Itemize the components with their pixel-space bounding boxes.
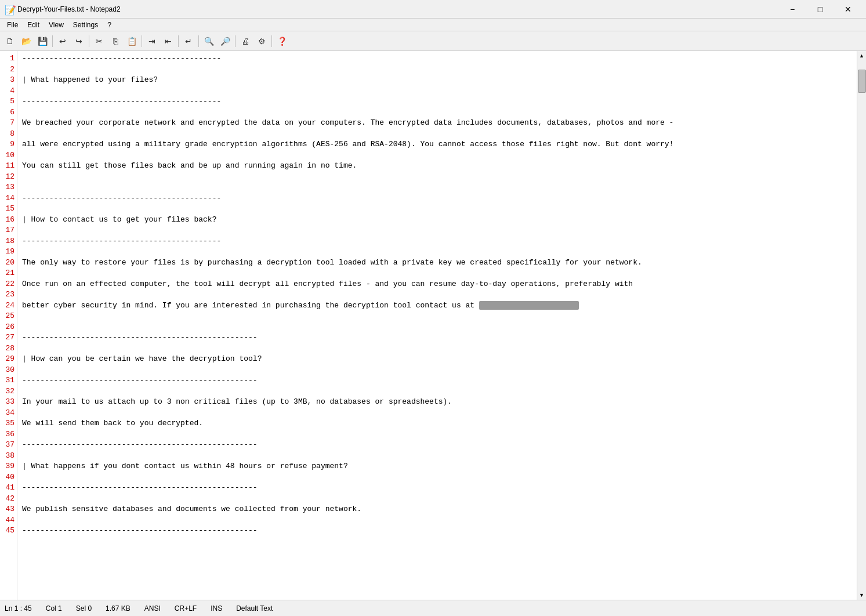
- editor-line: [22, 365, 852, 376]
- line-number: 1: [3, 53, 15, 64]
- line-number: 25: [3, 311, 15, 322]
- line-number: 26: [3, 322, 15, 333]
- toolbar: 🗋 📂 💾 ↩ ↪ ✂ ⎘ 📋 ⇥ ⇤ ↵ 🔍 🔎 🖨 ⚙ ❓: [0, 31, 866, 51]
- editor-line: [22, 86, 852, 97]
- line-number: 20: [3, 258, 15, 269]
- menu-edit[interactable]: Edit: [23, 20, 44, 30]
- line-number: 28: [3, 343, 15, 354]
- editor-line: | What happens if you dont contact us wi…: [22, 461, 852, 472]
- menu-file[interactable]: File: [2, 20, 23, 30]
- editor-line: Once run on an effected computer, the to…: [22, 279, 852, 290]
- redo-button[interactable]: ↪: [71, 34, 86, 49]
- line-number: 9: [3, 139, 15, 150]
- scroll-up-arrow[interactable]: ▲: [857, 51, 867, 60]
- status-col: Col 1: [46, 604, 62, 613]
- title-bar-controls: − □ ✕: [779, 0, 861, 19]
- indent-button[interactable]: ⇥: [144, 34, 160, 49]
- zoomout-button[interactable]: 🔎: [218, 34, 233, 49]
- editor-content[interactable]: ----------------------------------------…: [17, 51, 857, 600]
- line-number: 17: [3, 225, 15, 236]
- editor-line: | How can you be certain we have the dec…: [22, 354, 852, 365]
- line-number: 11: [3, 161, 15, 172]
- zoomin-button[interactable]: 🔍: [201, 34, 216, 49]
- helpbtn-button[interactable]: ❓: [274, 34, 289, 49]
- menu-view[interactable]: View: [44, 20, 68, 30]
- new-button[interactable]: 🗋: [2, 34, 17, 49]
- title-bar: 📝 Decrypt-Your-Files.txt - Notepad2 − □ …: [0, 0, 866, 19]
- toolbar-sep-5: [198, 35, 199, 47]
- status-lineending: CR+LF: [175, 604, 197, 613]
- cut-button[interactable]: ✂: [92, 34, 107, 49]
- editor-line: | What happened to your files?: [22, 75, 852, 86]
- undo-button[interactable]: ↩: [55, 34, 70, 49]
- line-number: 19: [3, 247, 15, 258]
- scroll-thumb[interactable]: [858, 70, 866, 93]
- editor-container: 1234567891011121314151617181920212223242…: [0, 51, 866, 600]
- editor-line: [22, 150, 852, 161]
- editor-line: ----------------------------------------…: [22, 96, 852, 107]
- line-number: 36: [3, 429, 15, 440]
- vertical-scrollbar[interactable]: ▲ ▼: [857, 51, 866, 600]
- editor-line: [22, 289, 852, 300]
- line-number: 34: [3, 408, 15, 419]
- toolbar-sep-3: [142, 35, 142, 47]
- editor-line: ----------------------------------------…: [22, 332, 852, 343]
- line-number: 43: [3, 504, 15, 515]
- line-number: 23: [3, 289, 15, 300]
- line-number: 27: [3, 332, 15, 343]
- redacted-text: ██████████████████████: [479, 301, 579, 310]
- status-size: 1.67 KB: [106, 604, 131, 613]
- line-number: 13: [3, 182, 15, 193]
- editor-line: [22, 204, 852, 215]
- editor-line: [22, 311, 852, 322]
- menu-help[interactable]: ?: [103, 20, 116, 30]
- editor-line: ----------------------------------------…: [22, 236, 852, 247]
- minimize-button[interactable]: −: [779, 0, 806, 19]
- toolbar-sep-4: [178, 35, 179, 47]
- editor-line: We will send them back to you decrypted.: [22, 418, 852, 429]
- menu-settings[interactable]: Settings: [68, 20, 103, 30]
- editor-line: [22, 451, 852, 462]
- status-bar: Ln 1 : 45 Col 1 Sel 0 1.67 KB ANSI CR+LF…: [0, 600, 866, 616]
- scroll-down-arrow[interactable]: ▼: [857, 590, 867, 600]
- line-number: 8: [3, 129, 15, 140]
- save-button[interactable]: 💾: [35, 34, 50, 49]
- maximize-button[interactable]: □: [807, 0, 834, 19]
- editor-line: ----------------------------------------…: [22, 193, 852, 204]
- line-number: 14: [3, 193, 15, 204]
- editor-line: ----------------------------------------…: [22, 440, 852, 451]
- editor-line: [22, 129, 852, 140]
- toolbar-sep-2: [89, 35, 89, 47]
- line-number: 4: [3, 86, 15, 97]
- editor-line: In your mail to us attach up to 3 non cr…: [22, 397, 852, 408]
- editor-line: ----------------------------------------…: [22, 483, 852, 494]
- line-number: 44: [3, 515, 15, 526]
- copy-button[interactable]: ⎘: [108, 34, 123, 49]
- status-ins: INS: [211, 604, 222, 613]
- editor-line: [22, 386, 852, 397]
- line-number: 38: [3, 451, 15, 462]
- close-button[interactable]: ✕: [835, 0, 861, 19]
- line-number: 5: [3, 96, 15, 107]
- editor-line: [22, 429, 852, 440]
- printpreview-button[interactable]: 🖨: [238, 34, 253, 49]
- line-number: 3: [3, 75, 15, 86]
- open-button[interactable]: 📂: [19, 34, 34, 49]
- line-numbers: 1234567891011121314151617181920212223242…: [0, 51, 17, 600]
- editor-line: [22, 515, 852, 526]
- editor-line: [22, 182, 852, 193]
- status-position: Ln 1 : 45: [5, 604, 32, 613]
- line-number: 21: [3, 268, 15, 279]
- editor-line: ----------------------------------------…: [22, 375, 852, 386]
- line-number: 10: [3, 150, 15, 161]
- printsetup-button[interactable]: ⚙: [254, 34, 269, 49]
- editor-line: [22, 107, 852, 118]
- status-sel: Sel 0: [76, 604, 92, 613]
- paste-button[interactable]: 📋: [124, 34, 139, 49]
- toolbar-sep-7: [271, 35, 272, 47]
- wordwrap-button[interactable]: ↵: [181, 34, 196, 49]
- line-number: 12: [3, 172, 15, 183]
- status-mode: Default Text: [236, 604, 273, 613]
- outdent-button[interactable]: ⇤: [161, 34, 176, 49]
- editor-line: [22, 322, 852, 333]
